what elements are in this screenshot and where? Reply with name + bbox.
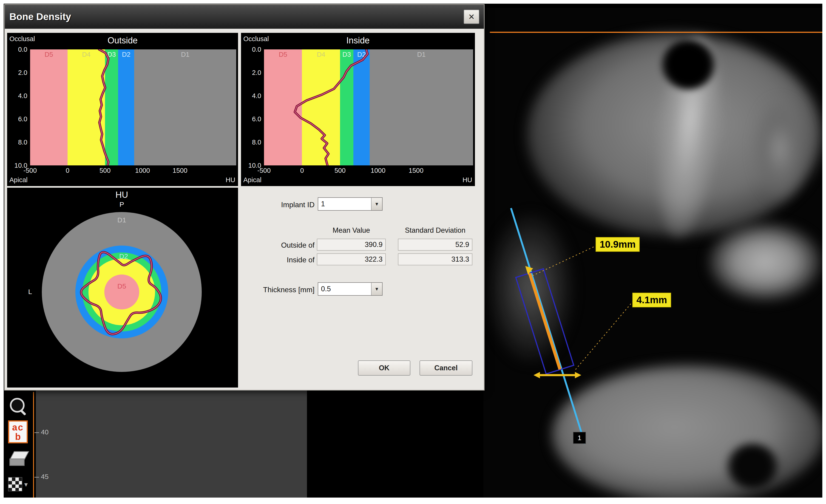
dialog-title: Bone Density (9, 11, 71, 22)
chart-title-inside: Inside (241, 36, 475, 46)
std-dev-header: Standard Deviation (405, 226, 466, 235)
ruler-tick-40 (35, 432, 39, 433)
slab-icon (8, 449, 28, 468)
ruler-number-45: 45 (41, 473, 49, 481)
thickness-label: Thickness [mm] (241, 286, 314, 294)
annotation-letters-bottom: b (15, 432, 21, 441)
implant-overlay (483, 8, 822, 498)
y-tick-label: 6.0 (252, 115, 261, 123)
y-tick-label: 6.0 (18, 115, 27, 123)
dialog-titlebar[interactable]: Bone Density ✕ (5, 5, 484, 29)
apical-label: Apical (9, 176, 27, 184)
x-tick-label: 0 (66, 167, 69, 174)
inside-mean-field: 322.3 (317, 253, 386, 265)
measurement-label-length[interactable]: 10.9mm (596, 237, 640, 252)
close-button[interactable]: ✕ (464, 10, 479, 24)
x-tick-label: 0 (300, 167, 304, 174)
implant-length-line[interactable] (530, 273, 560, 369)
outside-std-field: 52.9 (398, 239, 472, 251)
occlusal-label: Occlusal (9, 35, 35, 43)
hu-axis: -500050010001500 (30, 167, 236, 176)
pattern-tool-button[interactable]: ▾ (5, 474, 30, 495)
x-tick-label: 1500 (173, 167, 187, 174)
caret-down-icon[interactable]: ▾ (24, 480, 27, 488)
polar-chart-title: HU (116, 190, 128, 200)
measurement-leader-length (532, 245, 597, 276)
depth-axis: 0.02.04.06.08.010.0 (7, 49, 28, 166)
checkerboard-icon (8, 477, 22, 491)
y-tick-label: 8.0 (252, 138, 261, 146)
close-icon: ✕ (468, 12, 475, 21)
outside-mean-field: 390.9 (317, 239, 386, 251)
outside-row-label: Outside of (241, 241, 314, 249)
dropdown-arrow-icon[interactable]: ▼ (371, 198, 382, 210)
radial-density-chart: HU P L D1 D2 D5 (7, 188, 238, 387)
inside-std-field: 313.3 (398, 253, 472, 265)
magnifier-icon (10, 397, 26, 415)
thickness-select[interactable]: 0.5 ▼ (318, 282, 382, 296)
cancel-button[interactable]: Cancel (420, 361, 472, 376)
y-tick-label: 0.0 (252, 46, 261, 53)
density-ring-d5 (104, 274, 139, 309)
y-tick-label: 0.0 (18, 46, 27, 53)
x-tick-label: -500 (257, 167, 271, 174)
occlusal-label: Occlusal (243, 35, 269, 43)
implant-id-label: Implant ID (241, 200, 314, 209)
inside-row-label: Inside of (241, 256, 314, 264)
bone-density-dialog: Bone Density ✕ Outside Occlusal 0.02.04.… (4, 4, 485, 390)
x-tick-label: 1000 (135, 167, 150, 174)
outside-density-chart: Outside Occlusal 0.02.04.06.08.010.0 D5D… (7, 33, 238, 186)
annotation-letters-top: ac (12, 423, 24, 432)
inside-density-chart: Inside Occlusal 0.02.04.06.08.010.0 D5D4… (241, 33, 475, 186)
implant-axis-line[interactable] (511, 208, 585, 444)
density-plot-inside: D5D4D3D2D1 (264, 49, 473, 166)
hu-axis: -500050010001500 (264, 167, 473, 176)
posterior-label: P (119, 200, 124, 208)
x-tick-label: 500 (335, 167, 346, 174)
ring-label-d1: D1 (117, 216, 126, 224)
ok-button[interactable]: OK (358, 361, 410, 376)
hu-unit-label: HU (226, 176, 235, 184)
measurement-label-width[interactable]: 4.1mm (632, 293, 671, 307)
ruler-tick-45 (35, 477, 39, 478)
x-tick-label: 1500 (409, 167, 424, 174)
depth-axis: 0.02.04.06.08.010.0 (241, 49, 262, 166)
x-tick-label: 1000 (371, 167, 386, 174)
y-tick-label: 4.0 (252, 92, 261, 100)
x-tick-label: -500 (23, 167, 37, 174)
ring-label-d5: D5 (117, 282, 126, 290)
dropdown-arrow-icon[interactable]: ▼ (371, 283, 382, 295)
ring-label-d2: D2 (119, 252, 128, 260)
zoom-tool-button[interactable] (5, 395, 30, 417)
density-profile-line (30, 49, 236, 166)
measurement-leader-width (575, 301, 633, 370)
app: { "icons": { "close": "✕", "dropdown_arr… (0, 0, 826, 504)
width-arrowhead-left (533, 372, 540, 378)
x-tick-label: 500 (100, 167, 111, 174)
thickness-value: 0.5 (318, 283, 371, 295)
apical-label: Apical (243, 176, 261, 184)
ruler-number-40: 40 (41, 428, 49, 436)
density-profile-line (264, 49, 473, 166)
y-tick-label: 8.0 (18, 138, 27, 146)
slice-tool-button[interactable] (5, 448, 30, 469)
hu-unit-label: HU (463, 176, 472, 184)
width-arrowhead-right (575, 372, 581, 378)
chart-title-outside: Outside (7, 36, 238, 46)
ct-viewport[interactable]: 10.9mm 4.1mm 1 (483, 8, 822, 498)
y-tick-label: 2.0 (252, 69, 261, 76)
bone-density-controls: Implant ID 1 ▼ Mean Value Standard Devia… (241, 188, 481, 387)
implant-id-value: 1 (318, 198, 371, 210)
mean-value-header: Mean Value (333, 226, 370, 235)
secondary-viewport[interactable] (36, 389, 307, 498)
y-tick-label: 2.0 (18, 69, 27, 76)
ct-ruler (33, 392, 34, 498)
workspace: 10.9mm 4.1mm 1 40 45 ac b ▾ Bone Density (4, 4, 822, 498)
annotation-tool-button[interactable]: ac b (5, 420, 30, 444)
text-annotation-icon: ac b (8, 420, 28, 443)
left-orientation-label: L (28, 288, 32, 296)
density-plot-outside: D5D4D3D2D1 (30, 49, 236, 166)
y-tick-label: 4.0 (18, 92, 27, 100)
implant-id-select[interactable]: 1 ▼ (318, 197, 382, 211)
implant-number-tag[interactable]: 1 (573, 432, 586, 444)
